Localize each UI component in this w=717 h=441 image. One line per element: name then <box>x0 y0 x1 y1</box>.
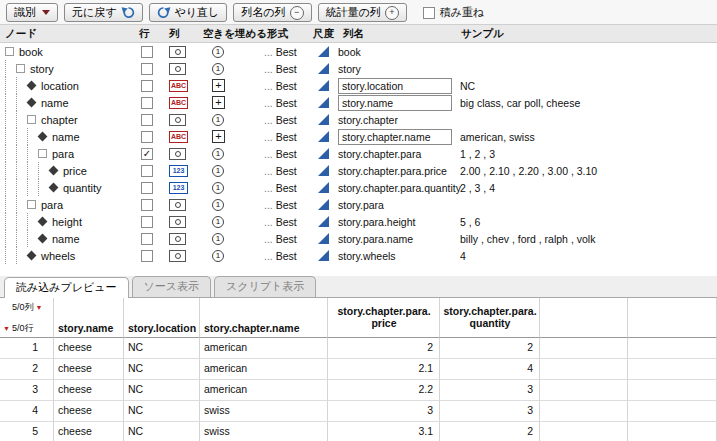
remove-colname-column-button[interactable]: 列名の列 − <box>233 3 311 22</box>
row-checkbox[interactable] <box>141 114 153 126</box>
scale-cell[interactable] <box>308 114 338 125</box>
fill-one-icon[interactable]: 1 <box>212 114 224 126</box>
scale-cell[interactable] <box>308 165 338 176</box>
column-option-icon[interactable] <box>169 46 186 58</box>
column-name-input[interactable]: story.name <box>338 95 452 111</box>
format-value: Best <box>276 216 297 228</box>
numeric-type-icon[interactable]: 123 <box>169 165 188 177</box>
node-cell[interactable]: price <box>0 162 134 179</box>
preview-cell: cheese <box>54 380 124 401</box>
numeric-type-icon[interactable]: 123 <box>169 182 188 194</box>
fill-one-icon[interactable]: 1 <box>212 199 224 211</box>
format-cell[interactable]: ...Best <box>262 233 308 245</box>
row-checkbox[interactable] <box>141 216 153 228</box>
node-cell[interactable]: story <box>0 60 134 77</box>
row-checkbox[interactable] <box>141 131 153 143</box>
node-cell[interactable]: quantity <box>0 179 134 196</box>
scale-cell[interactable] <box>308 148 338 159</box>
undo-button[interactable]: 元に戻す <box>64 3 143 22</box>
format-cell[interactable]: ...Best <box>262 97 308 109</box>
node-cell[interactable]: chapter <box>0 111 134 128</box>
colname-cell: story.chapter.para <box>338 148 456 160</box>
node-cell[interactable]: name <box>0 94 134 111</box>
fill-one-icon[interactable]: 1 <box>212 63 224 75</box>
fill-plus-icon[interactable]: + <box>212 130 225 143</box>
format-cell[interactable]: ...Best <box>262 182 308 194</box>
redo-button[interactable]: やり直し <box>149 3 228 22</box>
header-line: story.name <box>58 322 120 334</box>
tab-import-preview[interactable]: 読み込みプレビュー <box>4 277 129 298</box>
node-cell[interactable]: book <box>0 46 134 58</box>
node-label: book <box>19 46 43 58</box>
node-cell[interactable]: name <box>0 128 134 145</box>
format-cell[interactable]: ...Best <box>262 80 308 92</box>
row-checkbox[interactable] <box>141 250 153 262</box>
character-type-icon[interactable]: ABC <box>169 80 188 92</box>
format-cell[interactable]: ...Best <box>262 148 308 160</box>
node-cell[interactable]: height <box>0 213 134 230</box>
rows-menu-icon[interactable]: ▼ <box>3 325 10 332</box>
column-option-icon[interactable] <box>169 250 186 262</box>
node-cell[interactable]: location <box>0 77 134 94</box>
columns-menu-icon[interactable]: ▼ <box>36 304 43 311</box>
scale-cell[interactable] <box>308 250 338 261</box>
tab-script-view[interactable]: スクリプト表示 <box>214 276 316 297</box>
scale-cell[interactable] <box>308 182 338 193</box>
format-cell[interactable]: ...Best <box>262 216 308 228</box>
character-type-icon[interactable]: ABC <box>169 131 188 143</box>
scale-cell[interactable] <box>308 216 338 227</box>
node-cell[interactable]: para <box>0 196 134 213</box>
scale-cell[interactable] <box>308 131 338 142</box>
column-option-icon[interactable] <box>169 148 186 160</box>
scale-cell[interactable] <box>308 233 338 244</box>
column-option-icon[interactable] <box>169 233 186 245</box>
row-checkbox[interactable] <box>141 182 153 194</box>
row-checkbox[interactable] <box>141 46 153 58</box>
node-cell[interactable]: name <box>0 230 134 247</box>
column-option-icon[interactable] <box>169 63 186 75</box>
column-option-icon[interactable] <box>169 216 186 228</box>
fill-one-icon[interactable]: 1 <box>212 46 224 58</box>
row-checkbox[interactable] <box>141 199 153 211</box>
fill-plus-icon[interactable]: + <box>212 79 225 92</box>
fill-plus-icon[interactable]: + <box>212 96 225 109</box>
format-cell[interactable]: ...Best <box>262 199 308 211</box>
fill-one-icon[interactable]: 1 <box>212 148 224 160</box>
fill-one-icon[interactable]: 1 <box>212 165 224 177</box>
fill-one-icon[interactable]: 1 <box>212 216 224 228</box>
fill-one-icon[interactable]: 1 <box>212 250 224 262</box>
column-name-input[interactable]: story.location <box>338 78 452 94</box>
header-line: story.location <box>128 322 196 334</box>
add-stats-column-button[interactable]: 統計量の列 + <box>318 3 407 22</box>
column-name-input[interactable]: story.chapter.name <box>338 129 452 145</box>
node-cell[interactable]: wheels <box>0 247 134 264</box>
row-checkbox[interactable] <box>141 97 153 109</box>
format-cell[interactable]: ...Best <box>262 63 308 75</box>
fill-one-icon[interactable]: 1 <box>212 233 224 245</box>
row-checkbox[interactable] <box>141 233 153 245</box>
tab-source-view[interactable]: ソース表示 <box>132 276 212 297</box>
preview-corner[interactable]: 5/0列 ▼ ▼ 5/0行 <box>0 298 54 338</box>
identify-button[interactable]: 識別 <box>6 3 58 22</box>
format-cell[interactable]: ...Best <box>262 250 308 262</box>
format-cell[interactable]: ...Best <box>262 114 308 126</box>
format-cell[interactable]: ...Best <box>262 165 308 177</box>
format-cell[interactable]: ...Best <box>262 46 308 58</box>
column-option-icon[interactable] <box>169 199 186 211</box>
fill-one-icon[interactable]: 1 <box>212 182 224 194</box>
container-node-icon <box>38 149 47 158</box>
scale-cell[interactable] <box>308 63 338 74</box>
column-option-icon[interactable] <box>169 114 186 126</box>
node-cell[interactable]: para <box>0 145 134 162</box>
row-checkbox[interactable] <box>141 63 153 75</box>
row-checkbox[interactable] <box>141 148 153 160</box>
stack-checkbox[interactable] <box>423 7 435 19</box>
scale-cell[interactable] <box>308 80 338 91</box>
scale-cell[interactable] <box>308 199 338 210</box>
scale-cell[interactable] <box>308 97 338 108</box>
format-cell[interactable]: ...Best <box>262 131 308 143</box>
scale-cell[interactable] <box>308 46 338 57</box>
character-type-icon[interactable]: ABC <box>169 97 188 109</box>
row-checkbox[interactable] <box>141 80 153 92</box>
row-checkbox[interactable] <box>141 165 153 177</box>
